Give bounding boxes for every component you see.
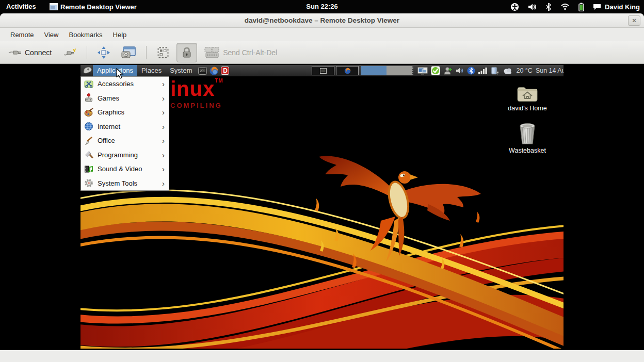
toolbar-separator: [87, 46, 87, 59]
temperature-label: 20 °C: [516, 67, 532, 74]
workspace-active[interactable]: [361, 66, 387, 75]
wallpaper-branding: inuxTM COMPILING: [170, 78, 223, 109]
desktop-icon-label: david's Home: [496, 105, 558, 112]
window-list-terminal[interactable]: [312, 66, 334, 75]
shell-top-bar: Activities Remote Desktop Viewer Sun 22:…: [0, 0, 644, 13]
wastebasket-icon: [496, 122, 558, 145]
plug-icon: [8, 48, 22, 57]
remote-top-panel: Applications Places System D: [81, 65, 564, 76]
remote-display-tray-icon[interactable]: [417, 67, 428, 75]
remote-screen[interactable]: inuxTM COMPILING Applications Places Sys…: [81, 65, 564, 349]
updates-ok-tray-icon[interactable]: [431, 66, 440, 75]
gentoo-logo-icon[interactable]: [83, 67, 93, 75]
office-icon: [84, 136, 93, 145]
user-menu[interactable]: David King: [593, 3, 640, 11]
desktop-icon-home[interactable]: david's Home: [496, 85, 558, 112]
send-ctrl-alt-del-label: Send Ctrl-Alt-Del: [223, 48, 277, 57]
lock-icon: [181, 46, 192, 59]
volume-tray-icon[interactable]: [456, 67, 464, 74]
unplug-icon: [63, 47, 76, 58]
submenu-arrow-icon: ›: [162, 164, 166, 173]
keyboard-icon: [204, 46, 220, 59]
menu-remote[interactable]: Remote: [5, 29, 39, 41]
accessibility-icon[interactable]: [510, 3, 519, 11]
readonly-toggle[interactable]: [176, 43, 197, 62]
sound-video-icon: [84, 164, 93, 174]
menu-item-system-tools[interactable]: System Tools ›: [81, 176, 169, 191]
screenshot-launcher-icon[interactable]: [198, 67, 207, 75]
battery-icon[interactable]: [578, 3, 584, 11]
connect-button[interactable]: Connect: [4, 45, 56, 60]
d-launcher-icon[interactable]: D: [221, 67, 229, 75]
window-title: david@netbookdave – Remote Desktop Viewe…: [0, 13, 644, 28]
menu-item-office[interactable]: Office ›: [81, 134, 169, 148]
games-icon: [84, 93, 93, 103]
menu-view[interactable]: View: [39, 29, 64, 41]
menu-item-internet[interactable]: Internet ›: [81, 120, 169, 134]
submenu-arrow-icon: ›: [162, 94, 166, 103]
signal-strength-tray-icon[interactable]: [478, 67, 487, 74]
tray-handle[interactable]: [412, 67, 414, 75]
user-status-tray-icon[interactable]: [443, 67, 453, 75]
menu-item-games[interactable]: Games ›: [81, 91, 169, 106]
panel-menu-places[interactable]: Places: [137, 65, 166, 76]
menu-item-sound-video[interactable]: Sound & Video ›: [81, 162, 169, 176]
programming-icon: [84, 150, 93, 159]
send-ctrl-alt-del-button[interactable]: Send Ctrl-Alt-Del: [200, 43, 281, 62]
bluetooth-tray-icon[interactable]: [467, 67, 475, 75]
submenu-arrow-icon: ›: [162, 151, 166, 159]
window-menubar: Remote View Bookmarks Help: [0, 28, 644, 41]
battery-tray-icon[interactable]: [490, 67, 500, 75]
menu-item-accessories[interactable]: Accessories ›: [81, 77, 169, 91]
submenu-arrow-icon: ›: [162, 122, 166, 131]
close-button[interactable]: ×: [628, 15, 640, 26]
menu-item-programming[interactable]: Programming ›: [81, 148, 169, 162]
camera-icon: [121, 46, 136, 59]
desktop-icon-label: Wastebasket: [496, 147, 558, 154]
scaling-icon: [157, 46, 169, 59]
panel-menu-system[interactable]: System: [166, 65, 196, 76]
menu-help[interactable]: Help: [108, 29, 132, 41]
window-list-browser[interactable]: [336, 66, 359, 75]
viewer-viewport: inuxTM COMPILING Applications Places Sys…: [0, 64, 644, 350]
accessories-icon: [84, 79, 93, 89]
graphics-icon: [84, 108, 93, 117]
submenu-arrow-icon: ›: [162, 79, 166, 88]
desktop-icon-wastebasket[interactable]: Wastebasket: [496, 122, 558, 154]
disconnect-button[interactable]: [59, 44, 81, 61]
submenu-arrow-icon: ›: [162, 136, 166, 145]
scaling-toggle[interactable]: [153, 43, 173, 62]
system-tools-icon: [84, 178, 93, 188]
firefox-launcher-icon[interactable]: [210, 67, 218, 75]
internet-icon: [84, 122, 93, 131]
connect-label: Connect: [25, 48, 52, 57]
home-folder-icon: [496, 85, 558, 103]
workspace-switcher[interactable]: [361, 66, 412, 75]
submenu-arrow-icon: ›: [162, 108, 166, 117]
weather-tray-icon[interactable]: [503, 68, 513, 74]
mouse-cursor: [116, 68, 124, 79]
fullscreen-icon: [98, 46, 110, 59]
viewer-window: david@netbookdave – Remote Desktop Viewe…: [0, 13, 644, 362]
volume-icon[interactable]: [528, 3, 537, 11]
bluetooth-icon[interactable]: [545, 3, 552, 11]
user-name-label: David King: [605, 3, 640, 11]
window-toolbar: Connect: [0, 41, 644, 64]
menu-item-graphics[interactable]: Graphics ›: [81, 105, 169, 120]
screenshot-button[interactable]: [117, 43, 140, 62]
panel-clock[interactable]: Sun 14 Aug, 22:24: [536, 67, 564, 74]
workspace-idle[interactable]: [387, 66, 412, 75]
window-statusbar: [0, 350, 644, 362]
chat-bubble-icon: [593, 4, 601, 10]
fullscreen-button[interactable]: [93, 43, 114, 62]
submenu-arrow-icon: ›: [162, 179, 166, 188]
wifi-icon[interactable]: [560, 3, 570, 10]
window-titlebar[interactable]: david@netbookdave – Remote Desktop Viewe…: [0, 13, 644, 28]
menu-bookmarks[interactable]: Bookmarks: [63, 29, 107, 41]
toolbar-separator: [146, 46, 147, 59]
applications-menu: Accessories › Games › Graphics › Interne…: [81, 76, 169, 191]
